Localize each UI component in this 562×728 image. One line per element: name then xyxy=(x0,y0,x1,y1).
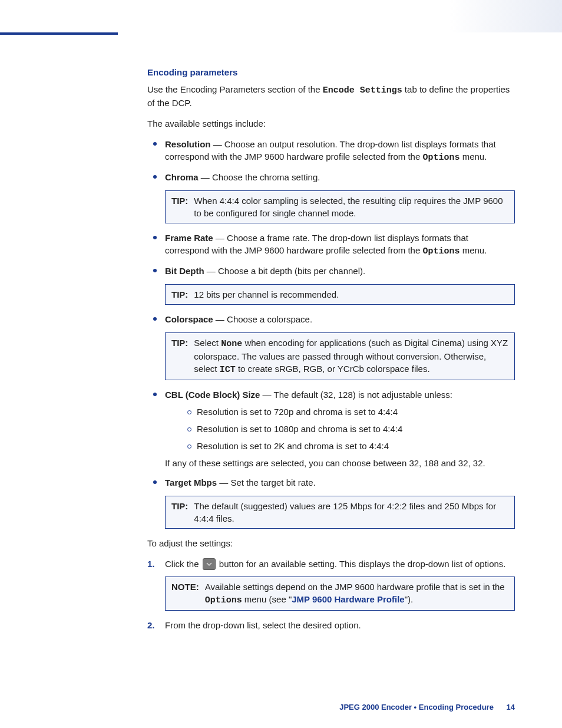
dash: — xyxy=(211,139,224,149)
note-label: NOTE: xyxy=(171,581,199,593)
code-options: Options xyxy=(422,246,459,256)
code-options: Options xyxy=(205,595,242,605)
adjust-lead: To adjust the settings: xyxy=(147,537,515,549)
item-cbl: CBL (Code Block) Size — The default (32,… xyxy=(147,388,515,469)
code-options: Options xyxy=(422,153,459,163)
settings-list-3: Colorspace — Choose a colorspace. xyxy=(147,313,515,325)
tip-body: Select None when encoding for applicatio… xyxy=(194,337,508,376)
dash: — xyxy=(199,172,212,182)
tip-label: TIP: xyxy=(171,337,188,349)
footer-text: JPEG 2000 Encoder • Encoding Procedure xyxy=(339,703,494,711)
item-resolution: Resolution — Choose an output resolution… xyxy=(147,138,515,164)
chevron-down-icon xyxy=(206,561,212,567)
text: Choose a bit depth (bits per channel). xyxy=(218,266,365,276)
step-2: 2. From the drop-down list, select the d… xyxy=(147,619,515,631)
text: menu. xyxy=(459,245,487,255)
term: Colorspace xyxy=(165,314,213,324)
term: Frame Rate xyxy=(165,233,213,243)
text: Select xyxy=(194,338,221,348)
dash: — xyxy=(213,314,227,324)
note-body: Available settings depend on the JMP 960… xyxy=(205,581,508,607)
text: Available settings depend on the JMP 960… xyxy=(205,582,505,592)
item-bitdepth: Bit Depth — Choose a bit depth (bits per… xyxy=(147,265,515,277)
tip-text: 12 bits per channel is recommended. xyxy=(194,288,339,301)
content: Encoding parameters Use the Encoding Par… xyxy=(0,35,562,631)
dash: — xyxy=(217,477,230,487)
settings-list-2: Frame Rate — Choose a frame rate. The dr… xyxy=(147,232,515,277)
text: The default (32, 128) is not adjustable … xyxy=(274,390,453,400)
settings-list-4: CBL (Code Block) Size — The default (32,… xyxy=(147,388,515,489)
term: Bit Depth xyxy=(165,266,204,276)
dropdown-button-icon[interactable] xyxy=(203,558,216,570)
link-hardware-profile[interactable]: JMP 9600 Hardware Profile xyxy=(292,594,404,604)
term: Chroma xyxy=(165,172,199,182)
text: to create sRGB, RGB, or YCrCb colorspace… xyxy=(236,364,430,374)
intro-paragraph: Use the Encoding Parameters section of t… xyxy=(147,83,515,109)
term: CBL (Code Block) Size xyxy=(165,390,260,400)
text: Set the target bit rate. xyxy=(230,477,315,487)
cbl-sublist: Resolution is set to 720p and chroma is … xyxy=(165,406,515,452)
header-gradient xyxy=(0,0,562,32)
step-number: 2. xyxy=(147,619,155,631)
page: Encoding parameters Use the Encoding Par… xyxy=(0,0,562,728)
sub-item: Resolution is set to 720p and chroma is … xyxy=(183,406,515,418)
tip-colorspace: TIP: Select None when encoding for appli… xyxy=(165,332,515,380)
page-footer: JPEG 2000 Encoder • Encoding Procedure 1… xyxy=(339,703,515,711)
code-ict: ICT xyxy=(220,365,236,375)
sub-item: Resolution is set to 2K and chroma is se… xyxy=(183,440,515,452)
intro-available: The available settings include: xyxy=(147,117,515,130)
tip-label: TIP: xyxy=(171,288,188,301)
tip-target: TIP: The default (suggested) values are … xyxy=(165,496,515,529)
dash: — xyxy=(204,266,218,276)
page-number: 14 xyxy=(507,703,515,711)
text: From the drop-down list, select the desi… xyxy=(165,620,361,630)
tip-text: The default (suggested) values are 125 M… xyxy=(194,500,508,525)
item-framerate: Frame Rate — Choose a frame rate. The dr… xyxy=(147,232,515,258)
text: menu (see " xyxy=(242,594,292,604)
cbl-follow: If any of these settings are selected, y… xyxy=(165,457,515,469)
tip-text: When 4:4:4 color sampling is selected, t… xyxy=(194,195,508,219)
step-number: 1. xyxy=(147,558,155,570)
term: Resolution xyxy=(165,139,211,149)
text: Use the Encoding Parameters section of t… xyxy=(147,84,323,94)
section-heading: Encoding parameters xyxy=(147,67,515,77)
term: Target Mbps xyxy=(165,477,217,487)
text: "). xyxy=(405,594,414,604)
text: button for an available setting. This di… xyxy=(219,559,506,569)
code-encode-settings: Encode Settings xyxy=(323,85,402,95)
text: Choose the chroma setting. xyxy=(212,172,320,182)
text: Click the xyxy=(165,559,201,569)
note-box: NOTE: Available settings depend on the J… xyxy=(165,577,515,611)
sub-item: Resolution is set to 1080p and chroma is… xyxy=(183,423,515,435)
item-chroma: Chroma — Choose the chroma setting. xyxy=(147,171,515,183)
text: Choose a colorspace. xyxy=(227,314,312,324)
text: menu. xyxy=(459,151,487,162)
settings-list: Resolution — Choose an output resolution… xyxy=(147,138,515,183)
dash: — xyxy=(260,390,273,400)
tip-bitdepth: TIP: 12 bits per channel is recommended. xyxy=(165,284,515,305)
tip-chroma: TIP: When 4:4:4 color sampling is select… xyxy=(165,190,515,223)
code-none: None xyxy=(221,339,242,349)
item-colorspace: Colorspace — Choose a colorspace. xyxy=(147,313,515,325)
item-target: Target Mbps — Set the target bit rate. xyxy=(147,476,515,489)
step-1: 1. Click the button for an available set… xyxy=(147,558,515,611)
tip-label: TIP: xyxy=(171,195,188,207)
tip-label: TIP: xyxy=(171,500,188,512)
dash: — xyxy=(213,233,227,243)
adjust-steps: 1. Click the button for an available set… xyxy=(147,558,515,631)
